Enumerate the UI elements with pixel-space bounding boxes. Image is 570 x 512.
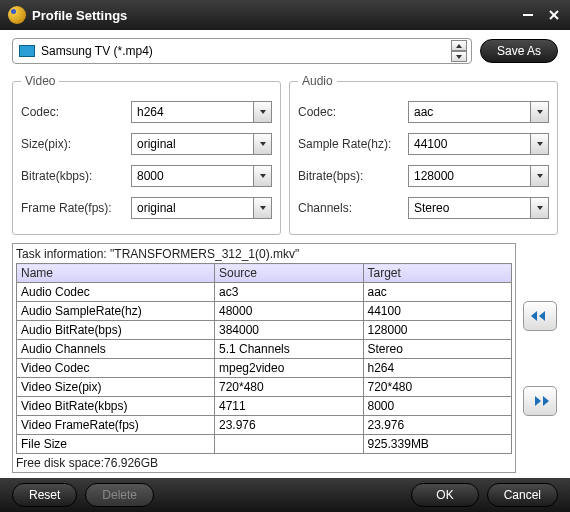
- cell-name: Video Codec: [17, 359, 215, 378]
- audio-panel: Audio Codec:aac Sample Rate(hz):44100 Bi…: [289, 74, 558, 235]
- video-bitrate-combo[interactable]: 8000: [131, 165, 272, 187]
- cell-target: 925.339MB: [363, 435, 512, 454]
- audio-samplerate-combo[interactable]: 44100: [408, 133, 549, 155]
- col-name[interactable]: Name: [17, 264, 215, 283]
- delete-button: Delete: [85, 483, 154, 507]
- cell-source: 720*480: [215, 378, 364, 397]
- table-row[interactable]: Video Size(pix)720*480720*480: [17, 378, 512, 397]
- audio-bitrate-value: 128000: [409, 169, 454, 183]
- cell-name: Video FrameRate(fps): [17, 416, 215, 435]
- svg-marker-15: [535, 396, 541, 406]
- video-framerate-value: original: [132, 201, 176, 215]
- audio-channels-label: Channels:: [298, 201, 408, 215]
- svg-marker-11: [537, 174, 543, 178]
- svg-marker-12: [537, 206, 543, 210]
- svg-marker-9: [537, 110, 543, 114]
- chevron-down-icon[interactable]: [530, 102, 548, 122]
- cancel-button[interactable]: Cancel: [487, 483, 558, 507]
- cell-name: File Size: [17, 435, 215, 454]
- table-row[interactable]: Audio Channels5.1 ChannelsStereo: [17, 340, 512, 359]
- prev-button[interactable]: [523, 301, 557, 331]
- chevron-down-icon[interactable]: [253, 166, 271, 186]
- col-source[interactable]: Source: [215, 264, 364, 283]
- chevron-down-icon[interactable]: [530, 198, 548, 218]
- svg-marker-8: [260, 206, 266, 210]
- cell-source: 384000: [215, 321, 364, 340]
- cell-source: 5.1 Channels: [215, 340, 364, 359]
- video-codec-label: Codec:: [21, 105, 131, 119]
- audio-samplerate-value: 44100: [409, 137, 447, 151]
- video-size-combo[interactable]: original: [131, 133, 272, 155]
- svg-marker-16: [543, 396, 549, 406]
- table-row[interactable]: Audio Codecac3aac: [17, 283, 512, 302]
- audio-channels-combo[interactable]: Stereo: [408, 197, 549, 219]
- video-framerate-combo[interactable]: original: [131, 197, 272, 219]
- cell-name: Video Size(pix): [17, 378, 215, 397]
- spinner-up[interactable]: [451, 40, 467, 51]
- col-target[interactable]: Target: [363, 264, 512, 283]
- audio-legend: Audio: [298, 74, 337, 88]
- next-button[interactable]: [523, 386, 557, 416]
- video-bitrate-value: 8000: [132, 169, 164, 183]
- cell-target: aac: [363, 283, 512, 302]
- task-info-label: Task information: "TRANSFORMERS_312_1(0)…: [16, 247, 512, 261]
- spinner-down[interactable]: [451, 51, 467, 62]
- chevron-down-icon[interactable]: [530, 134, 548, 154]
- audio-bitrate-label: Bitrate(bps):: [298, 169, 408, 183]
- cell-target: 8000: [363, 397, 512, 416]
- cell-name: Audio Channels: [17, 340, 215, 359]
- cell-source: ac3: [215, 283, 364, 302]
- video-size-value: original: [132, 137, 176, 151]
- svg-marker-6: [260, 142, 266, 146]
- table-row[interactable]: Video FrameRate(fps)23.97623.976: [17, 416, 512, 435]
- cell-source: [215, 435, 364, 454]
- video-size-label: Size(pix):: [21, 137, 131, 151]
- cell-source: 4711: [215, 397, 364, 416]
- table-row[interactable]: Audio SampleRate(hz)4800044100: [17, 302, 512, 321]
- profile-combobox[interactable]: Samsung TV (*.mp4): [12, 38, 472, 64]
- window-title: Profile Settings: [32, 8, 510, 23]
- cell-target: 44100: [363, 302, 512, 321]
- app-icon: [8, 6, 26, 24]
- audio-codec-label: Codec:: [298, 105, 408, 119]
- chevron-down-icon[interactable]: [253, 198, 271, 218]
- svg-marker-7: [260, 174, 266, 178]
- cell-name: Audio BitRate(bps): [17, 321, 215, 340]
- svg-marker-3: [456, 44, 462, 48]
- cell-source: 23.976: [215, 416, 364, 435]
- cell-target: h264: [363, 359, 512, 378]
- close-button[interactable]: [546, 7, 562, 23]
- table-row[interactable]: Video BitRate(kbps)47118000: [17, 397, 512, 416]
- audio-codec-value: aac: [409, 105, 433, 119]
- video-codec-combo[interactable]: h264: [131, 101, 272, 123]
- tv-icon: [19, 45, 35, 57]
- free-disk-space: Free disk space:76.926GB: [16, 454, 512, 470]
- cell-target: Stereo: [363, 340, 512, 359]
- cell-source: mpeg2video: [215, 359, 364, 378]
- chevron-down-icon[interactable]: [253, 102, 271, 122]
- minimize-button[interactable]: [520, 7, 536, 23]
- save-as-button[interactable]: Save As: [480, 39, 558, 63]
- task-table: Name Source Target Audio Codecac3aacAudi…: [16, 263, 512, 454]
- table-row[interactable]: Audio BitRate(bps)384000128000: [17, 321, 512, 340]
- svg-marker-5: [260, 110, 266, 114]
- svg-marker-10: [537, 142, 543, 146]
- ok-button[interactable]: OK: [411, 483, 478, 507]
- chevron-down-icon[interactable]: [253, 134, 271, 154]
- cell-source: 48000: [215, 302, 364, 321]
- video-framerate-label: Frame Rate(fps):: [21, 201, 131, 215]
- audio-channels-value: Stereo: [409, 201, 449, 215]
- task-info-box: Task information: "TRANSFORMERS_312_1(0)…: [12, 243, 516, 473]
- audio-codec-combo[interactable]: aac: [408, 101, 549, 123]
- profile-spinner[interactable]: [451, 40, 467, 62]
- table-row[interactable]: Video Codecmpeg2videoh264: [17, 359, 512, 378]
- footer-bar: Reset Delete OK Cancel: [0, 478, 570, 512]
- chevron-down-icon[interactable]: [530, 166, 548, 186]
- table-row[interactable]: File Size925.339MB: [17, 435, 512, 454]
- svg-marker-4: [456, 55, 462, 59]
- title-bar: Profile Settings: [0, 0, 570, 30]
- cell-name: Video BitRate(kbps): [17, 397, 215, 416]
- audio-bitrate-combo[interactable]: 128000: [408, 165, 549, 187]
- cell-target: 23.976: [363, 416, 512, 435]
- reset-button[interactable]: Reset: [12, 483, 77, 507]
